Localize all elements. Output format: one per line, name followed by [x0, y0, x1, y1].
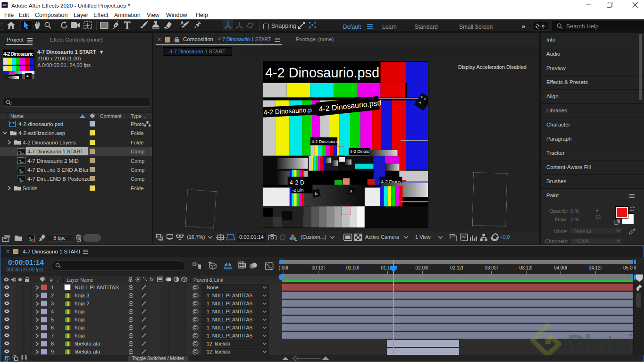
svg-text:4-2 Dinosaurio.: 4-2 Dinosaurio.: [311, 139, 340, 144]
svg-text:4-2 D: 4-2 D: [290, 179, 305, 186]
svg-text:4-2 Dinosa: 4-2 Dinosa: [350, 149, 370, 154]
svg-text:4-2 Dinosauric: 4-2 Dinosauric: [3, 51, 33, 57]
svg-text:-2 Din: -2 Din: [293, 188, 304, 193]
svg-text:4: 4: [26, 74, 29, 78]
svg-text:4-2 Dinosaurio.psd: 4-2 Dinosaurio.psd: [265, 65, 379, 80]
